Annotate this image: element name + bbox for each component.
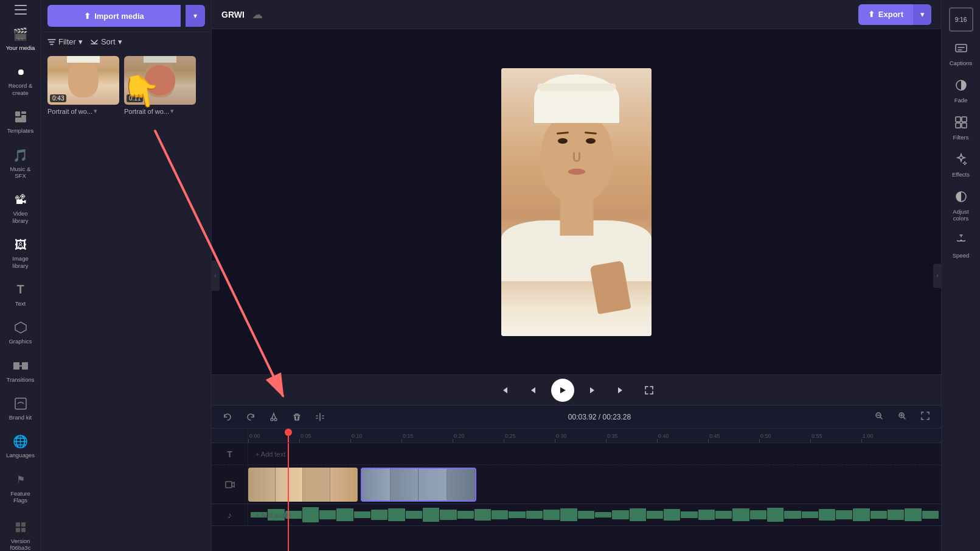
- sort-button[interactable]: Sort ▾: [90, 37, 122, 46]
- add-text-button[interactable]: + Add text: [255, 451, 285, 458]
- undo-button[interactable]: [219, 409, 236, 426]
- project-name[interactable]: GRWI: [221, 10, 245, 19]
- cut-button[interactable]: [265, 409, 282, 426]
- filters-label: Filters: [953, 134, 969, 141]
- step-forward-button[interactable]: [584, 381, 602, 399]
- delete-button[interactable]: [288, 409, 305, 426]
- sidebar-item-label: FeatureFlags: [10, 490, 30, 504]
- fit-to-screen-button[interactable]: [917, 409, 934, 426]
- aspect-ratio-selector[interactable]: 9:16: [949, 7, 973, 32]
- sidebar-item-graphics[interactable]: Graphics: [2, 314, 39, 349]
- audio-track-content[interactable]: + Add audio: [248, 504, 941, 525]
- languages-icon: 🌐: [12, 433, 29, 450]
- video-clip-2[interactable]: [361, 468, 476, 502]
- panel-collapse-button[interactable]: ‹: [211, 261, 220, 291]
- sidebar-item-video-library[interactable]: 📽 Video library: [2, 186, 39, 229]
- zoom-in-button[interactable]: [894, 409, 911, 426]
- timeline-ruler: 0:00 0:05 0:10 0:15: [212, 429, 941, 443]
- svg-rect-21: [956, 123, 961, 128]
- video-track-content: [248, 465, 941, 504]
- right-panel-item-filters[interactable]: Filters: [944, 111, 978, 146]
- audio-track-icon: ♪: [228, 510, 232, 520]
- zoom-out-button[interactable]: [871, 409, 888, 426]
- step-back-button[interactable]: [523, 381, 541, 399]
- sidebar-item-version: Versionf06ba3c: [2, 514, 39, 551]
- import-media-button[interactable]: ⬆ Import media: [47, 5, 181, 27]
- add-audio-button[interactable]: + Add audio: [255, 511, 291, 519]
- right-panel: 9:16 Captions Fade Filt: [941, 0, 980, 551]
- export-button[interactable]: ⬆ Export: [858, 4, 913, 25]
- effects-label: Effects: [952, 171, 970, 178]
- sidebar-item-record-create[interactable]: ⏺ Record &create: [2, 58, 39, 101]
- record-icon: ⏺: [12, 63, 29, 80]
- svg-rect-19: [956, 117, 961, 122]
- media-panel-header: ⬆ Import media ▾: [41, 0, 211, 32]
- audio-track-row: ♪: [212, 504, 941, 526]
- brand-kit-icon: [12, 395, 29, 412]
- media-thumb-image-2: 0:11: [124, 56, 196, 105]
- svg-rect-22: [962, 123, 967, 128]
- right-panel-item-adjust-colors[interactable]: Adjustcolors: [944, 185, 978, 226]
- media-icon: 🎬: [12, 26, 29, 43]
- svg-rect-0: [15, 111, 20, 116]
- preview-area: [212, 29, 941, 374]
- sidebar-item-feature-flags[interactable]: ⚑ FeatureFlags: [2, 466, 39, 509]
- right-panel-item-fade[interactable]: Fade: [944, 74, 978, 108]
- play-pause-button[interactable]: [551, 379, 574, 402]
- media-thumbnail-2[interactable]: 0:11 Portrait of wo... ▾: [124, 56, 196, 546]
- sidebar-item-text[interactable]: T Text: [2, 276, 39, 312]
- sidebar-item-music-sfx[interactable]: 🎵 Music & SFX: [2, 142, 39, 184]
- sidebar-item-brand-kit[interactable]: Brand kit: [2, 390, 39, 426]
- templates-icon: [12, 108, 29, 125]
- sidebar-item-label: Transitions: [6, 376, 34, 383]
- sidebar-item-image-library[interactable]: 🖼 Imagelibrary: [2, 231, 39, 274]
- video-clip-1[interactable]: [248, 468, 358, 502]
- version-label: Versionf06ba3c: [10, 538, 31, 551]
- media-duration-badge-1: 0:43: [50, 94, 66, 102]
- right-panel-item-effects[interactable]: Effects: [944, 148, 978, 183]
- skip-to-start-button[interactable]: [495, 381, 513, 399]
- sidebar-item-transitions[interactable]: Transitions: [2, 353, 39, 388]
- sidebar-item-your-media[interactable]: 🎬 Your media: [2, 21, 39, 56]
- right-panel-collapse-button[interactable]: ›: [933, 264, 942, 288]
- sidebar-item-label: Graphics: [9, 338, 32, 345]
- export-dropdown-button[interactable]: ▾: [913, 4, 931, 25]
- media-thumbnail-1[interactable]: 0:43 Portrait of wo... ▾: [47, 56, 119, 546]
- media-thumb-label-1: Portrait of wo... ▾: [47, 107, 119, 115]
- svg-rect-10: [16, 528, 20, 532]
- right-panel-item-captions[interactable]: Captions: [944, 37, 978, 71]
- text-track-content[interactable]: + Add text: [248, 443, 941, 465]
- main-area: GRWI ☁ ⬆ Export ▾: [212, 0, 941, 551]
- portrait-video-frame: [501, 68, 652, 336]
- timeline-time-display: 00:03.92 / 00:23.28: [568, 413, 631, 421]
- sidebar-item-label: Imagelibrary: [12, 255, 28, 269]
- sidebar-item-languages[interactable]: 🌐 Languages: [2, 428, 39, 463]
- text-track-row: T + Add text: [212, 443, 941, 465]
- filter-button[interactable]: Filter ▾: [47, 37, 83, 46]
- sort-icon: [90, 38, 99, 46]
- export-up-icon: ⬆: [868, 10, 875, 19]
- filter-icon: [47, 38, 56, 46]
- split-button[interactable]: [311, 409, 328, 426]
- adjust-colors-icon: [954, 190, 968, 206]
- svg-rect-5: [13, 362, 19, 370]
- import-media-dropdown-button[interactable]: ▾: [186, 5, 205, 27]
- sidebar-item-templates[interactable]: Templates: [2, 104, 39, 139]
- transitions-icon: [12, 357, 29, 374]
- captions-label: Captions: [950, 60, 973, 66]
- svg-rect-7: [15, 398, 26, 409]
- sidebar-item-label: Brand kit: [9, 414, 32, 421]
- svg-rect-2: [21, 115, 26, 118]
- hamburger-menu-button[interactable]: [10, 5, 32, 15]
- filter-sort-row: Filter ▾ Sort ▾: [41, 32, 211, 51]
- skip-to-end-button[interactable]: [612, 381, 630, 399]
- right-panel-item-speed[interactable]: Speed: [944, 229, 978, 264]
- redo-button[interactable]: [242, 409, 259, 426]
- media-thumb-label-2: Portrait of wo... ▾: [124, 107, 196, 115]
- top-bar: GRWI ☁ ⬆ Export ▾: [212, 0, 941, 29]
- timeline-toolbar: 00:03.92 / 00:23.28: [212, 405, 941, 429]
- fullscreen-button[interactable]: [640, 381, 658, 399]
- fade-label: Fade: [954, 97, 968, 104]
- cloud-save-icon: ☁: [252, 8, 263, 21]
- svg-rect-17: [956, 44, 967, 52]
